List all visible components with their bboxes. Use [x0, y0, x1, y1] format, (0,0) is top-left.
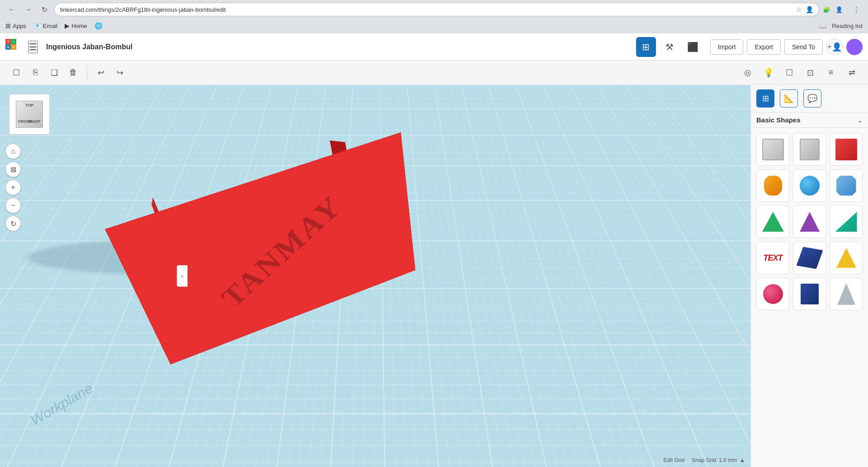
bookmark-star-icon[interactable]: ☆ [796, 6, 802, 13]
shape-pyramid-yellow[interactable] [830, 242, 863, 274]
cone-grey-icon [837, 283, 855, 305]
blocks-button[interactable]: ⬛ [683, 37, 703, 57]
new-shape-button[interactable]: ☐ [7, 64, 25, 82]
globe-bookmark[interactable]: 🌐 [94, 22, 102, 29]
send-to-button[interactable]: Send To [784, 39, 823, 55]
extensions-icon[interactable]: 🧩 [823, 6, 830, 13]
viewport[interactable]: TANMAY Workplane TOP FRONT RIGHT ⌂ ⊠ + −… [0, 85, 750, 467]
home-label: Home [71, 23, 87, 29]
cube-navigator[interactable]: TOP FRONT RIGHT [9, 94, 50, 135]
rotate-button[interactable]: ↻ [5, 216, 21, 231]
panel-grid-button[interactable]: ⊞ [756, 89, 774, 107]
face-top: TANMAY [105, 132, 415, 365]
3d-object[interactable]: TANMAY [111, 131, 396, 344]
right-panel: ⊞ 📐 💬 Basic Shapes ⌄ [750, 85, 868, 467]
sphere-pink-icon [763, 284, 783, 304]
nav-forward-button[interactable]: → [22, 3, 34, 16]
mirror-button[interactable]: ⊡ [801, 64, 819, 82]
align-button[interactable]: ≡ [822, 64, 840, 82]
toolbar: ☐ ⎘ ❑ 🗑 ↩ ↪ ◎ 💡 ☐ ⊡ ≡ ⇌ [0, 61, 868, 85]
n-blue-icon [836, 176, 856, 196]
shape-tools: ☐ ⎘ ❑ 🗑 [7, 64, 82, 82]
edit-grid-label[interactable]: Edit Grid [663, 457, 684, 463]
profile-avatar-icon[interactable]: 👤 [835, 6, 843, 13]
cyl-ghost-icon [800, 139, 820, 160]
shapes-grid: TEXT [751, 128, 868, 316]
export-button[interactable]: Export [747, 39, 780, 55]
browser-nav-bar: ← → ↻ tinkercad.com/things/2cABRFg1lbl-i… [0, 0, 868, 33]
nav-refresh-button[interactable]: ↻ [38, 3, 51, 16]
panel-collapse-button[interactable]: › [177, 265, 188, 287]
shape-box-navy[interactable] [793, 242, 826, 274]
duplicate-button[interactable]: ❑ [45, 64, 63, 82]
build-button[interactable]: ⚒ [660, 37, 679, 57]
cube-top-label: TOP [25, 103, 33, 107]
home-bookmark[interactable]: ▶ Home [65, 22, 87, 29]
shape-sphere-pink[interactable] [756, 278, 789, 310]
main-area: TANMAY Workplane TOP FRONT RIGHT ⌂ ⊠ + −… [0, 85, 868, 467]
redo-button[interactable]: ↪ [111, 64, 129, 82]
app-bar-right: ⊞ ⚒ ⬛ Import Export Send To +👤 [636, 37, 863, 57]
bottom-status: Edit Grid Snap Grid 1.0 mm ▲ [663, 457, 745, 463]
tinkercad-logo[interactable]: T I N K [5, 39, 22, 55]
shape-outline-button[interactable]: ☐ [780, 64, 798, 82]
import-button[interactable]: Import [710, 39, 744, 55]
undo-button[interactable]: ↩ [92, 64, 110, 82]
fit-view-button[interactable]: ⊠ [5, 162, 21, 177]
panel-header: Basic Shapes ⌄ [751, 112, 868, 128]
copy-button[interactable]: ⎘ [26, 64, 44, 82]
delete-button[interactable]: 🗑 [64, 64, 82, 82]
profile-icon[interactable]: 👤 [806, 6, 813, 13]
wedge-teal-icon [835, 212, 857, 232]
home-view-button[interactable]: ⌂ [5, 144, 21, 159]
project-title[interactable]: Ingenious Jaban-Bombul [46, 43, 132, 51]
logo-n: N [5, 44, 11, 50]
address-bar[interactable]: tinkercad.com/things/2cABRFg1lbl-ingenio… [54, 3, 819, 16]
shape-n-blue[interactable] [830, 169, 863, 202]
tanmay-label: TANMAY [214, 187, 347, 313]
light-button[interactable]: 💡 [760, 64, 778, 82]
logo-t: T [5, 39, 11, 44]
toolbar-separator [87, 66, 87, 79]
panel-comment-button[interactable]: 💬 [803, 89, 821, 107]
shape-sphere-blue[interactable] [793, 169, 826, 202]
shape-cone-purple[interactable] [793, 205, 826, 238]
pyramid-green-icon [762, 212, 784, 232]
apps-label: Apps [13, 23, 26, 29]
user-avatar[interactable] [846, 39, 863, 55]
box-ghost-icon [762, 139, 784, 160]
logo-k: K [11, 44, 16, 50]
cube-right-label: RIGHT [28, 119, 41, 124]
shape-box-navy2[interactable] [793, 278, 826, 310]
box-navy-icon [796, 247, 823, 269]
shape-text-red[interactable]: TEXT [756, 242, 789, 274]
apps-bookmark[interactable]: ⊞ Apps [5, 22, 26, 29]
snap-grid-value[interactable]: 1.0 mm [719, 457, 737, 463]
cone-purple-icon [800, 212, 820, 232]
import-export-group: Import Export Send To [710, 39, 823, 55]
shape-cone-grey[interactable] [830, 278, 863, 310]
panel-dropdown-button[interactable]: ⌄ [857, 117, 863, 124]
email-icon: 📧 [33, 22, 41, 29]
shape-box-ghost[interactable] [756, 133, 789, 166]
shape-cyl-ghost[interactable] [793, 133, 826, 166]
email-bookmark[interactable]: 📧 Email [33, 22, 58, 29]
cyl-orange-icon [764, 176, 782, 196]
nav-back-button[interactable]: ← [5, 3, 18, 16]
grid-view-button[interactable]: ⊞ [636, 37, 656, 57]
panel-ruler-button[interactable]: 📐 [780, 89, 798, 107]
text-red-icon: TEXT [763, 253, 782, 263]
settings-icon[interactable]: ⋮ [850, 3, 863, 16]
zoom-out-button[interactable]: − [5, 198, 21, 213]
shape-cyl-orange[interactable] [756, 169, 789, 202]
shape-wedge-teal[interactable] [830, 205, 863, 238]
reading-list-icon[interactable]: 📖 [819, 23, 826, 29]
flip-button[interactable]: ⇌ [843, 64, 861, 82]
camera-button[interactable]: ◎ [739, 64, 757, 82]
shape-box-red[interactable] [830, 133, 863, 166]
add-user-button[interactable]: +👤 [826, 39, 843, 55]
panel-icon-row: ⊞ 📐 💬 [751, 85, 868, 112]
shape-pyramid-green[interactable] [756, 205, 789, 238]
menu-icon[interactable]: ☰ [28, 41, 38, 53]
zoom-in-button[interactable]: + [5, 180, 21, 195]
